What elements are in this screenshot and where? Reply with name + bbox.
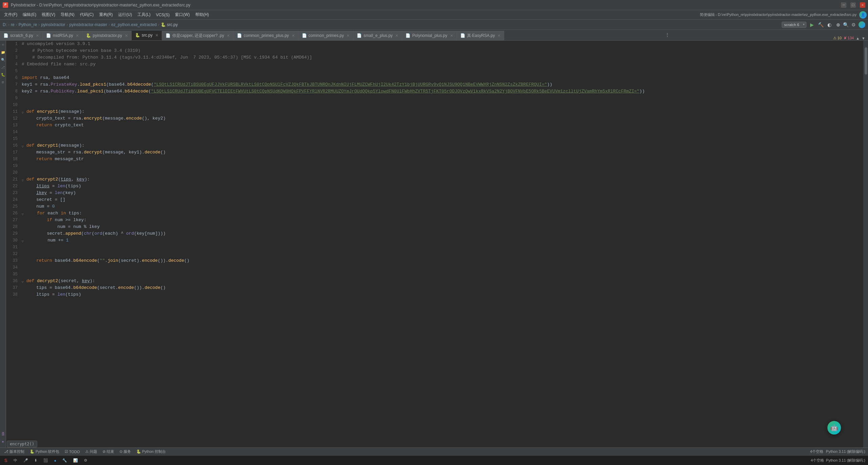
- search-icon[interactable]: 🔍: [843, 22, 849, 27]
- status-vcs[interactable]: ⎇ 版本控制: [3, 448, 26, 455]
- menu-run[interactable]: 运行(U): [115, 10, 135, 19]
- breadcrumb-extracted[interactable]: ez_python.exe_extracted: [111, 22, 157, 27]
- tab-common-primes-plus[interactable]: 📄 common_primes_plus.py ✕: [233, 31, 298, 40]
- status-services[interactable]: ⊙ 服务: [118, 448, 132, 455]
- tab-scratch6[interactable]: 📄 scratch_6.py ✕: [0, 31, 43, 40]
- user-avatar-nav[interactable]: [859, 21, 865, 28]
- taskbar-settings[interactable]: 🔧: [61, 458, 69, 463]
- ai-assistant-avatar[interactable]: 🤖: [827, 421, 841, 435]
- profile-button[interactable]: ⊕: [835, 21, 842, 28]
- maximize-button[interactable]: □: [850, 2, 856, 8]
- activity-search[interactable]: 🔍: [0, 57, 6, 63]
- code-area[interactable]: # uncompyle6 version 3.9.1 # Python byte…: [20, 41, 863, 447]
- tab-common-primes[interactable]: 📄 common_primes.py ✕: [298, 31, 354, 40]
- fold-icon-21[interactable]: ▽: [22, 177, 26, 182]
- user-avatar[interactable]: 👤: [859, 11, 867, 19]
- scratch-wrapper: scratch 6: [782, 22, 806, 28]
- tab-close-pyinstxtractor[interactable]: ✕: [125, 34, 128, 38]
- tab-close-common-primes-plus[interactable]: ✕: [292, 34, 295, 38]
- activity-ext[interactable]: ⊞: [0, 79, 6, 85]
- status-todo[interactable]: ☑ TODO: [63, 449, 81, 455]
- menu-window[interactable]: 窗口(W): [172, 10, 192, 19]
- taskbar-sougou[interactable]: S: [3, 457, 9, 464]
- taskbar-chart[interactable]: 📊: [71, 458, 80, 463]
- tab-close-midrsa[interactable]: ✕: [76, 34, 79, 38]
- status-terminal[interactable]: 🐍 Python 控制台: [135, 448, 167, 455]
- menu-vcs[interactable]: VCS(S): [153, 11, 173, 19]
- build-button[interactable]: 🔨: [817, 21, 824, 28]
- menu-edit[interactable]: 编辑(E): [20, 10, 39, 19]
- menu-file[interactable]: 文件(F): [1, 10, 20, 19]
- status-problems[interactable]: ⚠ 问题: [84, 448, 98, 455]
- tab-icon-easyrsa: 📄: [460, 33, 465, 38]
- code-line-4: # Embedded file name: src.py: [22, 61, 863, 68]
- scroll-up-btn[interactable]: ▲: [856, 36, 860, 40]
- tab-close-common-primes[interactable]: ✕: [347, 34, 350, 38]
- taskbar-square[interactable]: ⬛: [42, 458, 50, 463]
- end-label: 结束: [107, 449, 114, 454]
- menu-refactor[interactable]: 重构(R): [96, 10, 116, 19]
- fold-icon-30[interactable]: ▽: [22, 238, 26, 242]
- menu-code[interactable]: 代码(C): [77, 10, 96, 19]
- tab-close-src[interactable]: ✕: [155, 33, 158, 38]
- breadcrumb-re[interactable]: re: [11, 22, 15, 27]
- main-area: ≡ 📁 🔍 ⎇ 🐛 ⊞ 🗄 ◈ 1 2 3 4 5 6 7 8 9 10 11 …: [0, 41, 868, 447]
- tab-midrsa[interactable]: 📄 midRSA.py ✕: [43, 31, 83, 40]
- status-python-packages[interactable]: 🐍 Python 软件包: [28, 448, 61, 455]
- taskbar-blue[interactable]: ●: [52, 458, 58, 463]
- menu-help[interactable]: 帮助(H): [193, 10, 212, 19]
- tab-close-polynomial[interactable]: ✕: [450, 34, 453, 38]
- taskbar-zhong[interactable]: 中: [12, 457, 19, 464]
- fold-icon-11[interactable]: ▽: [22, 110, 26, 114]
- tab-icon-scratch6: 📄: [3, 33, 8, 38]
- sougou-icon: S: [4, 458, 7, 463]
- run-button[interactable]: ▶: [808, 21, 815, 28]
- activity-db[interactable]: 🗄: [0, 431, 6, 437]
- scroll-thumb[interactable]: [865, 47, 867, 75]
- code-line-26: ▽ for each in tips:: [22, 210, 863, 217]
- tab-close-capper[interactable]: ✕: [227, 34, 230, 38]
- tab-close-scratch6[interactable]: ✕: [36, 34, 39, 38]
- vertical-scrollbar[interactable]: [863, 41, 868, 447]
- breadcrumb-python_re[interactable]: Python_re: [19, 22, 37, 27]
- scratch-selector[interactable]: scratch 6: [782, 22, 806, 28]
- fold-icon-36[interactable]: ▽: [22, 279, 26, 283]
- tab-close-small-e[interactable]: ✕: [395, 34, 398, 38]
- tab-src[interactable]: 🐍 src.py ✕: [132, 31, 162, 40]
- taskbar-download[interactable]: ⬇: [32, 458, 39, 463]
- tab-pyinstxtractor[interactable]: 🐍 pyinstxtractor.py ✕: [83, 31, 132, 40]
- settings-icon[interactable]: ⚙: [851, 22, 856, 27]
- tab-easyrsa[interactable]: 📄 真·EasyRSA.py ✕: [457, 31, 505, 40]
- scroll-down-btn[interactable]: ▼: [862, 36, 865, 40]
- taskbar-gear[interactable]: ⚙: [82, 458, 89, 463]
- editor-badges: ⚠ 10 ✘ 134 ▲ ▼: [830, 36, 868, 40]
- code-line-18: return message_str: [22, 156, 863, 163]
- breadcrumb-pyinstxtractor[interactable]: pyinstxtractor: [41, 22, 65, 27]
- activity-debug[interactable]: 🐛: [0, 72, 6, 78]
- close-button[interactable]: ✕: [860, 2, 865, 8]
- fold-icon-16[interactable]: ▽: [22, 144, 26, 148]
- menu-navigate[interactable]: 导航(N): [58, 10, 77, 19]
- activity-files[interactable]: 📁: [0, 49, 6, 56]
- menu-view[interactable]: 视图(V): [39, 10, 58, 19]
- activity-api[interactable]: ◈: [0, 439, 6, 445]
- taskbar-left: S 中 🎤 ⬇ ⬛ ● 🔧 📊 ⚙: [3, 457, 89, 464]
- tab-close-easyrsa[interactable]: ✕: [497, 34, 500, 38]
- fold-icon-26[interactable]: ▽: [22, 211, 26, 215]
- breadcrumb-srcpy: 🐍 src.py: [161, 22, 178, 27]
- tab-polynomial[interactable]: 📄 Polynomial_plus.py ✕: [402, 31, 457, 40]
- activity-structure[interactable]: ≡: [0, 42, 6, 48]
- breadcrumb-pyinstxtractor-master[interactable]: pyinstxtractor-master: [69, 22, 107, 27]
- menu-tools[interactable]: 工具(L): [135, 10, 153, 19]
- tab-more-button[interactable]: ⋮: [662, 32, 672, 38]
- minimize-button[interactable]: ─: [841, 2, 846, 8]
- tab-capper[interactable]: 📄 你是capper, 还是copper? .py ✕: [162, 31, 233, 40]
- taskbar-mic[interactable]: 🎤: [22, 458, 30, 463]
- breadcrumb-d[interactable]: D:: [3, 22, 7, 27]
- coverage-button[interactable]: ◐: [826, 21, 833, 28]
- line-num-36: 36: [6, 278, 18, 284]
- line-num-8: 8: [6, 88, 18, 95]
- tab-small-e[interactable]: 📄 small_e_plus.py ✕: [353, 31, 402, 40]
- status-end[interactable]: ⊘ 结束: [101, 448, 115, 455]
- activity-git[interactable]: ⎇: [0, 64, 6, 70]
